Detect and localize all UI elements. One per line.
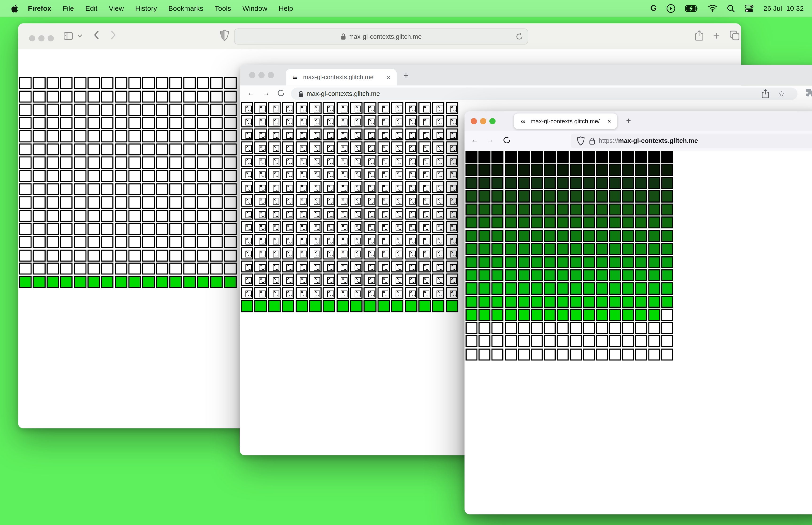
extensions-puzzle-icon[interactable] bbox=[806, 88, 812, 97]
tab-close-icon[interactable]: × bbox=[607, 118, 611, 125]
zoom-window-button[interactable] bbox=[48, 35, 54, 41]
gl-cell: × bbox=[282, 129, 294, 140]
firefox-url-field[interactable]: https://max-gl-contexts.glitch.me bbox=[571, 134, 812, 148]
gl-cell bbox=[88, 236, 100, 249]
zoom-window-button[interactable] bbox=[489, 118, 495, 124]
forward-button[interactable]: → bbox=[262, 88, 270, 97]
close-window-button[interactable] bbox=[29, 35, 35, 41]
gl-cell bbox=[583, 230, 595, 242]
tab-close-icon[interactable]: × bbox=[386, 73, 390, 81]
menu-help[interactable]: Help bbox=[273, 4, 299, 12]
gl-cell: × bbox=[268, 181, 280, 193]
menu-edit[interactable]: Edit bbox=[80, 4, 103, 12]
gl-cell: × bbox=[364, 221, 376, 233]
forward-button[interactable]: → bbox=[486, 135, 494, 144]
gl-cell bbox=[596, 217, 608, 229]
chrome-active-tab[interactable]: ∞ max-gl-contexts.glitch.me × bbox=[286, 69, 397, 86]
minimize-window-button[interactable] bbox=[480, 118, 486, 124]
gl-cell bbox=[197, 236, 209, 249]
gl-cell: × bbox=[241, 181, 253, 193]
broken-image-icon: × bbox=[273, 145, 279, 152]
reload-button[interactable] bbox=[503, 136, 510, 144]
gl-cell bbox=[491, 269, 504, 281]
battery-charging-icon[interactable] bbox=[685, 5, 698, 12]
share-icon[interactable] bbox=[695, 30, 703, 41]
broken-image-icon: × bbox=[354, 238, 361, 244]
gl-cell: × bbox=[350, 142, 363, 154]
broken-image-icon: × bbox=[396, 132, 402, 139]
gl-cell bbox=[622, 190, 634, 202]
new-tab-button[interactable]: + bbox=[403, 71, 409, 81]
gl-cell: × bbox=[391, 168, 403, 180]
menu-window[interactable]: Window bbox=[237, 4, 273, 12]
back-button[interactable]: ← bbox=[471, 135, 479, 144]
lock-icon[interactable] bbox=[589, 137, 595, 145]
menu-tools[interactable]: Tools bbox=[209, 4, 237, 12]
forward-button[interactable] bbox=[110, 30, 116, 40]
gl-cell bbox=[33, 170, 45, 182]
minimize-window-button[interactable] bbox=[38, 35, 44, 41]
new-tab-plus-icon[interactable]: + bbox=[713, 31, 720, 40]
spotlight-search-icon[interactable] bbox=[727, 4, 735, 12]
tab-overview-icon[interactable] bbox=[730, 31, 740, 41]
broken-image-icon: × bbox=[368, 211, 375, 218]
gl-cell bbox=[19, 77, 32, 89]
close-window-button[interactable] bbox=[249, 72, 255, 78]
share-icon[interactable] bbox=[762, 89, 769, 99]
gl-cell bbox=[661, 322, 673, 334]
gl-cell bbox=[583, 190, 595, 202]
gl-cell: × bbox=[323, 234, 335, 246]
zoom-window-button[interactable] bbox=[268, 72, 274, 78]
play-status-icon[interactable] bbox=[667, 4, 675, 13]
gl-cell bbox=[19, 263, 32, 275]
gl-cell bbox=[224, 90, 236, 103]
control-center-icon[interactable] bbox=[745, 4, 753, 12]
gl-cell bbox=[570, 204, 582, 215]
gl-cell: × bbox=[432, 142, 445, 154]
menu-view[interactable]: View bbox=[103, 4, 129, 12]
gl-cell bbox=[531, 243, 543, 255]
google-status-icon[interactable]: G bbox=[650, 3, 657, 13]
gl-cell bbox=[531, 269, 543, 281]
gl-cell bbox=[156, 183, 168, 195]
refresh-icon[interactable] bbox=[516, 33, 523, 41]
broken-image-icon: × bbox=[341, 106, 348, 112]
gl-cell: × bbox=[309, 115, 322, 127]
broken-image-icon: × bbox=[327, 290, 334, 297]
broken-image-icon: × bbox=[273, 132, 279, 139]
close-window-button[interactable] bbox=[471, 118, 477, 124]
menu-app-name[interactable]: Firefox bbox=[22, 4, 57, 12]
gl-cell: × bbox=[309, 260, 322, 272]
privacy-shield-icon[interactable] bbox=[220, 30, 229, 42]
gl-cell bbox=[609, 230, 621, 242]
sidebar-chevron-down-icon[interactable] bbox=[77, 34, 82, 38]
minimize-window-button[interactable] bbox=[258, 72, 264, 78]
sidebar-toggle-icon[interactable] bbox=[64, 32, 73, 40]
new-tab-button[interactable]: + bbox=[626, 116, 631, 125]
gl-cell bbox=[661, 230, 673, 242]
chrome-url-field[interactable]: max-gl-contexts.glitch.me ☆ bbox=[291, 87, 798, 100]
reload-button[interactable] bbox=[277, 89, 285, 97]
menu-history[interactable]: History bbox=[129, 4, 163, 12]
broken-image-icon: × bbox=[245, 185, 252, 192]
broken-image-icon: × bbox=[409, 185, 416, 192]
broken-image-icon: × bbox=[300, 277, 307, 284]
back-button[interactable]: ← bbox=[247, 88, 255, 97]
menu-file[interactable]: File bbox=[57, 4, 79, 12]
gl-cell: × bbox=[255, 155, 267, 167]
gl-cell: × bbox=[241, 260, 253, 272]
bookmark-star-icon[interactable]: ☆ bbox=[778, 89, 785, 99]
broken-image-icon: × bbox=[300, 224, 307, 231]
safari-url-field[interactable]: max-gl-contexts.glitch.me bbox=[234, 28, 528, 44]
firefox-active-tab[interactable]: ∞ max-gl-contexts.glitch.me/ × bbox=[514, 114, 617, 129]
gl-cell bbox=[491, 348, 504, 360]
broken-image-icon: × bbox=[327, 145, 334, 152]
gl-cell bbox=[183, 210, 196, 222]
menu-bookmarks[interactable]: Bookmarks bbox=[163, 4, 209, 12]
gl-cell: × bbox=[418, 287, 431, 299]
tracking-shield-icon[interactable] bbox=[577, 136, 585, 146]
back-button[interactable] bbox=[94, 30, 99, 40]
gl-cell bbox=[505, 164, 517, 176]
wifi-icon[interactable] bbox=[708, 5, 717, 12]
apple-menu-icon[interactable] bbox=[10, 4, 22, 13]
